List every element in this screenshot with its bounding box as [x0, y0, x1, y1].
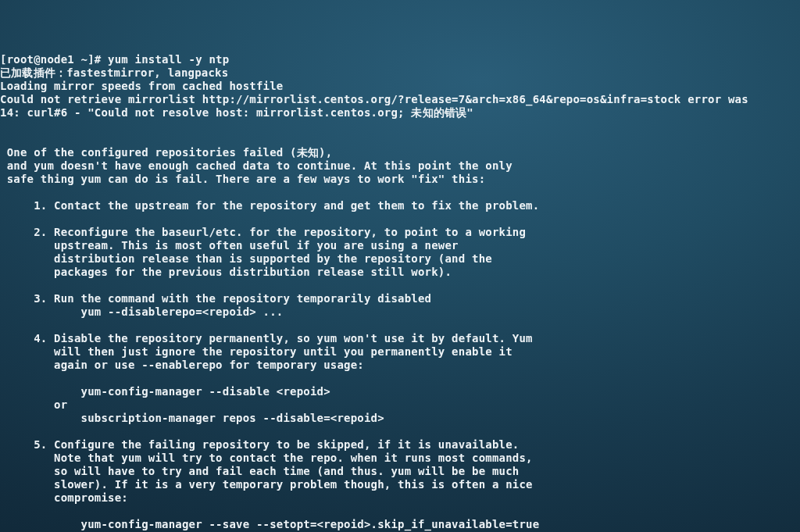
terminal-output[interactable]: [root@node1 ~]# yum install -y ntp 已加载插件… [0, 53, 800, 532]
